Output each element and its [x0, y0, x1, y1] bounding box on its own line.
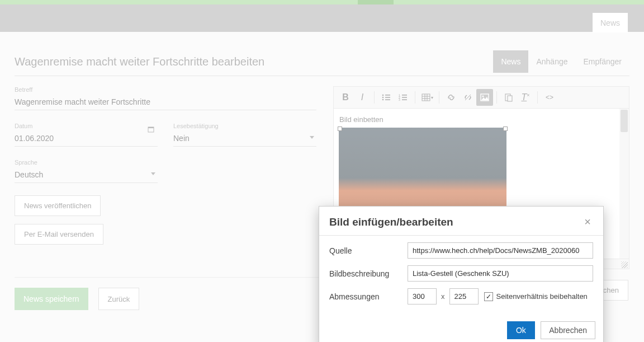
paste-button[interactable] — [500, 89, 517, 106]
image-button[interactable] — [476, 89, 493, 106]
svg-rect-7 — [385, 99, 390, 100]
link-button[interactable] — [443, 89, 460, 106]
separator — [537, 91, 538, 104]
bullet-list-button[interactable] — [378, 89, 395, 106]
separator — [415, 91, 415, 104]
label-sprache: Sprache — [15, 159, 158, 166]
active-tab-marker — [358, 0, 394, 4]
source-input[interactable] — [408, 242, 593, 259]
keep-ratio-checkbox[interactable]: ✓ — [484, 292, 493, 301]
svg-rect-14 — [422, 94, 430, 101]
svg-rect-23 — [508, 96, 512, 101]
svg-point-2 — [382, 95, 384, 96]
close-icon[interactable]: × — [582, 215, 593, 228]
chevron-down-icon — [310, 136, 314, 139]
tab-news[interactable]: News — [493, 50, 528, 73]
back-button[interactable]: Zurück — [98, 288, 140, 310]
svg-rect-13 — [402, 99, 407, 100]
betreff-input[interactable] — [15, 95, 316, 110]
resize-handle[interactable] — [338, 127, 342, 131]
label-source: Quelle — [329, 246, 408, 255]
svg-rect-5 — [385, 97, 390, 98]
scrollbar[interactable] — [619, 109, 629, 259]
svg-point-21 — [482, 96, 484, 97]
scroll-thumb[interactable] — [621, 110, 628, 132]
embed-label: Bild einbetten — [339, 115, 383, 124]
label-dimensions: Abmessungen — [329, 292, 408, 301]
tab-empfaenger[interactable]: Empfänger — [576, 50, 629, 73]
calendar-icon[interactable] — [148, 126, 154, 133]
svg-point-4 — [382, 97, 384, 99]
tab-anhaenge[interactable]: Anhänge — [528, 50, 575, 73]
clear-format-button[interactable]: T× — [517, 89, 534, 106]
svg-line-19 — [465, 95, 471, 100]
resize-grip[interactable] — [621, 261, 628, 268]
header-bar: News — [0, 4, 644, 32]
svg-rect-11 — [402, 97, 407, 98]
separator — [496, 91, 497, 104]
publish-button[interactable]: News veröffentlichen — [15, 195, 101, 216]
label-lesebest: Lesebestätigung — [173, 123, 316, 129]
x-separator: x — [441, 292, 445, 301]
lesebest-select[interactable] — [173, 132, 316, 147]
table-button[interactable]: ▾ — [419, 89, 435, 106]
resize-handle[interactable] — [503, 127, 508, 131]
editor-toolbar: B I 123 ▾ T× <> — [333, 86, 629, 108]
svg-rect-1 — [148, 127, 154, 128]
label-alt: Bildbeschreibung — [329, 269, 408, 278]
label-datum: Datum — [15, 123, 158, 129]
height-input[interactable] — [449, 288, 479, 304]
content-tabs: News Anhänge Empfänger — [493, 50, 629, 73]
italic-button[interactable]: I — [354, 89, 371, 106]
ok-button[interactable]: Ok — [507, 321, 535, 339]
save-button[interactable]: News speichern — [15, 288, 88, 310]
keep-ratio-label: Seitenverhältnis beibehalten — [496, 292, 588, 301]
unlink-button[interactable] — [460, 89, 476, 106]
svg-point-6 — [382, 99, 384, 101]
sprache-select[interactable] — [15, 168, 158, 183]
dialog-title: Bild einfügen/bearbeiten — [329, 216, 582, 228]
label-betreff: Betreff — [15, 86, 316, 93]
datum-input[interactable] — [15, 132, 158, 147]
tab-news-top[interactable]: News — [593, 13, 628, 32]
numbered-list-button[interactable]: 123 — [395, 89, 411, 106]
separator — [374, 91, 375, 104]
accent-bar — [0, 0, 644, 4]
svg-rect-3 — [385, 95, 390, 96]
svg-rect-9 — [402, 95, 407, 96]
cancel-button[interactable]: Abbrechen — [541, 321, 595, 339]
image-dialog: Bild einfügen/bearbeiten × Quelle Bildbe… — [319, 206, 604, 342]
separator — [439, 91, 439, 104]
svg-text:3: 3 — [399, 98, 400, 101]
send-email-button[interactable]: Per E-Mail versenden — [15, 224, 103, 245]
bold-button[interactable]: B — [337, 89, 354, 106]
code-button[interactable]: <> — [541, 89, 558, 106]
chevron-down-icon — [151, 172, 155, 175]
page-title: Wagenremise macht weiter Fortschritte be… — [15, 55, 493, 68]
width-input[interactable] — [408, 288, 437, 304]
alt-input[interactable] — [408, 265, 593, 282]
